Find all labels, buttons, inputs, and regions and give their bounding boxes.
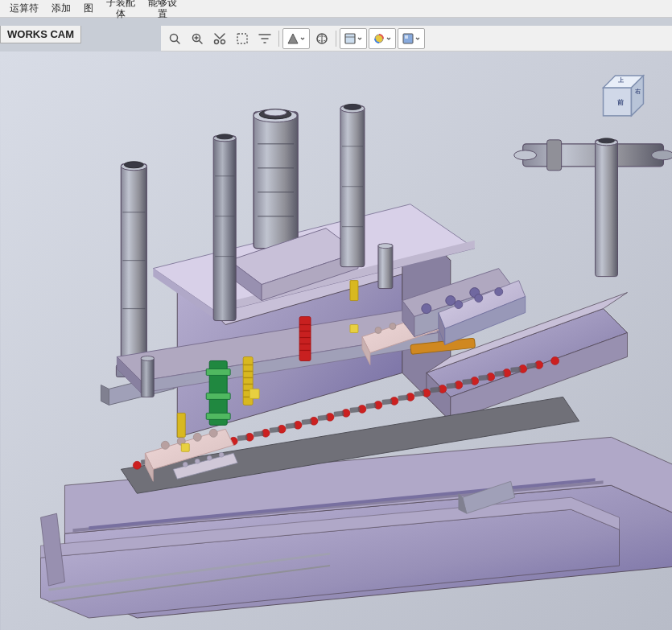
svg-rect-123 <box>382 399 393 405</box>
viewport[interactable]: 前 上 右 <box>0 51 672 630</box>
svg-rect-131 <box>510 367 521 373</box>
svg-point-163 <box>446 296 456 306</box>
cad-model-svg: 前 上 右 <box>0 51 672 630</box>
svg-point-55 <box>216 134 233 139</box>
svg-rect-127 <box>447 383 457 389</box>
svg-rect-68 <box>547 140 562 171</box>
svg-marker-9 <box>288 34 298 43</box>
svg-point-170 <box>183 462 188 467</box>
svg-rect-174 <box>299 317 311 361</box>
svg-rect-115 <box>254 431 264 437</box>
svg-point-190 <box>455 301 463 309</box>
svg-rect-53 <box>213 136 236 321</box>
zoom-search-button[interactable] <box>164 28 185 49</box>
svg-point-45 <box>124 162 143 168</box>
color-scheme-button[interactable] <box>369 28 396 49</box>
svg-rect-167 <box>378 245 393 289</box>
menu-item-assembly[interactable]: 子装配体 <box>100 0 142 21</box>
svg-rect-181 <box>181 443 189 451</box>
svg-rect-134 <box>206 369 230 375</box>
svg-rect-157 <box>350 281 358 301</box>
svg-rect-126 <box>431 387 441 393</box>
view-orient-button[interactable] <box>311 28 332 49</box>
svg-rect-132 <box>526 363 537 369</box>
menu-item-settings[interactable]: 能够设置 <box>142 0 183 21</box>
svg-text:上: 上 <box>618 76 625 83</box>
svg-line-5 <box>200 40 203 43</box>
svg-rect-121 <box>350 407 361 413</box>
menu-item-chart[interactable]: 图 <box>77 0 100 17</box>
svg-rect-182 <box>350 325 358 333</box>
svg-point-145 <box>375 327 381 334</box>
svg-point-139 <box>161 441 169 449</box>
svg-rect-130 <box>494 371 505 377</box>
svg-rect-70 <box>596 140 618 277</box>
svg-rect-118 <box>302 419 312 425</box>
svg-text:前: 前 <box>617 99 624 106</box>
filter-button[interactable] <box>254 28 275 49</box>
svg-rect-135 <box>206 393 230 399</box>
svg-rect-120 <box>334 411 344 417</box>
separator-1 <box>278 31 279 47</box>
svg-point-166 <box>141 356 154 360</box>
svg-rect-180 <box>249 389 259 398</box>
svg-point-35 <box>264 109 287 116</box>
svg-marker-51 <box>101 385 109 405</box>
svg-point-81 <box>133 461 141 469</box>
svg-rect-156 <box>177 413 185 437</box>
svg-point-6 <box>215 39 219 43</box>
svg-rect-119 <box>318 415 328 421</box>
svg-point-66 <box>514 150 537 160</box>
svg-point-72 <box>599 138 615 143</box>
svg-rect-114 <box>237 435 248 441</box>
svg-point-107 <box>551 356 559 364</box>
svg-rect-124 <box>398 395 409 401</box>
svg-point-142 <box>209 429 217 437</box>
svg-point-146 <box>390 323 396 330</box>
svg-point-172 <box>207 455 212 460</box>
separator-2 <box>336 31 336 47</box>
works-cam-label[interactable]: WORKS CAM <box>0 26 81 43</box>
shape-dropdown-button[interactable] <box>282 28 310 49</box>
scene-button[interactable] <box>398 28 425 49</box>
select-box-button[interactable] <box>232 28 253 49</box>
cut-button[interactable] <box>209 28 230 49</box>
svg-point-173 <box>219 452 224 457</box>
menu-item-add[interactable]: 添加 <box>45 0 77 17</box>
svg-point-7 <box>221 39 225 43</box>
svg-text:右: 右 <box>634 89 641 94</box>
svg-line-1 <box>177 40 180 43</box>
svg-rect-8 <box>237 34 247 43</box>
svg-point-192 <box>495 288 503 296</box>
svg-rect-117 <box>286 423 296 429</box>
svg-rect-122 <box>366 403 377 409</box>
svg-rect-136 <box>206 413 230 419</box>
svg-point-171 <box>195 459 200 463</box>
svg-rect-65 <box>523 144 664 167</box>
display-style-button[interactable] <box>340 28 367 49</box>
svg-point-141 <box>193 433 201 441</box>
menu-item-operations[interactable]: 运算符 <box>3 0 45 17</box>
toolbar <box>161 26 672 51</box>
svg-rect-125 <box>414 391 425 397</box>
svg-rect-17 <box>405 35 408 39</box>
svg-rect-43 <box>121 164 146 373</box>
svg-point-191 <box>475 294 483 303</box>
svg-rect-116 <box>270 427 280 433</box>
svg-rect-165 <box>141 356 154 397</box>
svg-point-162 <box>422 304 431 314</box>
svg-point-168 <box>378 244 393 249</box>
menu-bar: 运算符 添加 图 子装配体 能够设置 <box>0 0 672 18</box>
svg-rect-129 <box>478 375 489 381</box>
zoom-in-button[interactable] <box>187 28 208 49</box>
svg-point-67 <box>651 150 672 160</box>
svg-rect-128 <box>463 379 473 385</box>
svg-rect-13 <box>345 34 355 43</box>
svg-point-61 <box>344 104 361 109</box>
svg-rect-32 <box>254 112 298 249</box>
